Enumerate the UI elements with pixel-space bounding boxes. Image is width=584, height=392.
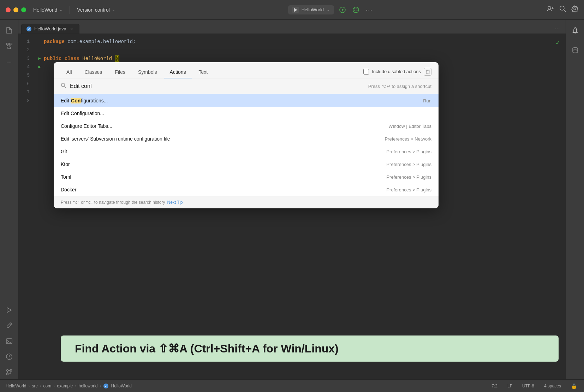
search-icon[interactable] <box>559 5 566 14</box>
popup-results-list: Edit Configurations... Run Edit Configur… <box>54 94 439 196</box>
include-disabled-container: Include disabled actions ⬚ <box>363 68 431 76</box>
traffic-lights <box>6 7 26 12</box>
include-disabled-checkbox[interactable] <box>363 69 369 75</box>
svg-rect-10 <box>6 43 9 45</box>
find-action-popup: All Classes Files Symbols Actions Text I… <box>54 62 566 208</box>
more-options-icon[interactable]: ⋯ <box>364 6 374 14</box>
popup-tab-bar: All Classes Files Symbols Actions Text I… <box>54 62 439 78</box>
result-shortcut-5: Preferences > Plugins <box>386 149 431 154</box>
status-right: 7:2 LF UTF-8 4 spaces 🔒 <box>490 382 578 390</box>
java-icon-breadcrumb: J <box>103 384 108 388</box>
svg-rect-11 <box>10 43 12 45</box>
result-shortcut-6: Preferences > Plugins <box>386 162 431 167</box>
right-panel-database[interactable] <box>568 43 582 57</box>
run-gutter-icon-3[interactable]: ▶ <box>38 54 41 63</box>
breadcrumb-classname[interactable]: HelloWorld <box>111 384 132 388</box>
popup-tab-symbols[interactable]: Symbols <box>132 66 163 78</box>
breadcrumb: HelloWorld › src › com › example › hello… <box>6 384 490 388</box>
tab-close-button[interactable]: × <box>69 26 74 31</box>
run-config-chevron-icon: ⌄ <box>327 7 330 12</box>
sidebar-item-terminal[interactable] <box>2 334 16 348</box>
popup-footer-text: Press ⌥↑ or ⌥↓ to navigate through the s… <box>61 200 165 205</box>
breadcrumb-example[interactable]: example <box>57 384 73 388</box>
tab-more-icon[interactable]: ⋯ <box>552 24 563 34</box>
tab-filename: HelloWorld.java <box>34 26 66 31</box>
version-control-menu[interactable]: Version control ⌄ <box>77 7 115 13</box>
breadcrumb-helloworld[interactable]: HelloWorld <box>6 384 26 388</box>
result-item-configure-editor[interactable]: Configure Editor Tabs... Window | Editor… <box>54 120 439 132</box>
result-shortcut-3: Window | Editor Tabs <box>388 124 431 129</box>
add-user-icon[interactable] <box>547 5 554 14</box>
project-name: HelloWorld <box>33 7 57 13</box>
title-divider <box>70 6 70 14</box>
svg-point-25 <box>6 370 8 372</box>
result-name-5: Git <box>61 149 386 154</box>
sidebar-item-issues[interactable] <box>2 350 16 364</box>
project-menu[interactable]: HelloWorld ⌄ <box>33 7 62 13</box>
popup-tab-text[interactable]: Text <box>193 66 214 78</box>
popup-tab-actions[interactable]: Actions <box>164 66 192 78</box>
popup-tab-files[interactable]: Files <box>109 66 131 78</box>
popup-footer: Press ⌥↑ or ⌥↓ to navigate through the s… <box>54 196 439 208</box>
tab-bar: J HelloWorld.java × ⋯ <box>18 20 566 34</box>
cursor-position[interactable]: 7:2 <box>490 383 499 389</box>
version-control-label: Version control <box>77 7 110 13</box>
sidebar-item-run[interactable] <box>2 303 16 317</box>
tab-helloworld-java[interactable]: J HelloWorld.java × <box>21 24 79 34</box>
popup-dialog: All Classes Files Symbols Actions Text I… <box>54 62 439 208</box>
title-bar: HelloWorld ⌄ Version control ⌄ HelloWorl… <box>0 0 584 20</box>
run-config-name: HelloWorld <box>302 7 324 12</box>
help-icon[interactable]: ⬚ <box>424 68 431 76</box>
maximize-button[interactable] <box>21 7 26 12</box>
result-name-7: Toml <box>61 174 386 180</box>
minimize-button[interactable] <box>13 7 18 12</box>
code-line-2: 2 <box>18 46 566 54</box>
find-action-keyword: Find Action <box>75 342 137 355</box>
right-panel-notifications[interactable] <box>568 23 582 37</box>
debug-button[interactable] <box>351 5 361 15</box>
code-line-1: 1 package com.example.helloworld; <box>18 37 566 46</box>
next-tip-link[interactable]: Next Tip <box>167 200 183 205</box>
line-ending[interactable]: LF <box>506 383 514 389</box>
java-file-icon: J <box>26 26 31 31</box>
result-item-edit-configurations[interactable]: Edit Configurations... Run <box>54 94 439 107</box>
popup-search-bar: Edit conf Press ⌥↵ to assign a shortcut <box>54 78 439 94</box>
right-panel <box>566 20 584 379</box>
svg-rect-12 <box>8 47 11 49</box>
result-shortcut-4: Preferences > Network <box>385 136 431 142</box>
breadcrumb-helloworld-pkg[interactable]: helloworld <box>79 384 98 388</box>
svg-point-1 <box>353 7 359 13</box>
result-item-ktor[interactable]: Ktor Preferences > Plugins <box>54 158 439 171</box>
search-query-text[interactable]: Edit conf <box>70 83 92 89</box>
popup-tab-all[interactable]: All <box>61 66 78 78</box>
sidebar-item-structure[interactable] <box>2 39 16 53</box>
svg-line-29 <box>65 87 66 88</box>
run-gutter-icon-4[interactable]: ▶ <box>38 63 41 71</box>
sidebar-item-files[interactable] <box>2 23 16 37</box>
run-config-selector[interactable]: HelloWorld ⌄ <box>288 5 334 14</box>
svg-line-8 <box>564 10 566 12</box>
svg-point-24 <box>9 358 10 358</box>
result-item-edit-configuration[interactable]: Edit Configuration... <box>54 107 439 120</box>
lock-icon[interactable]: 🔒 <box>570 382 578 390</box>
result-item-git[interactable]: Git Preferences > Plugins <box>54 145 439 158</box>
sidebar-item-git[interactable] <box>2 365 16 379</box>
close-button[interactable] <box>6 7 11 12</box>
result-item-toml[interactable]: Toml Preferences > Plugins <box>54 171 439 183</box>
popup-tab-classes[interactable]: Classes <box>79 66 108 78</box>
indent-style[interactable]: 4 spaces <box>543 383 562 389</box>
encoding[interactable]: UTF-8 <box>521 383 536 389</box>
run-button[interactable] <box>338 5 347 15</box>
sidebar-item-more[interactable]: ··· <box>2 54 16 69</box>
settings-icon[interactable] <box>571 5 578 14</box>
sidebar-item-build[interactable] <box>2 319 16 333</box>
result-item-docker[interactable]: Docker Preferences > Plugins <box>54 183 439 196</box>
breadcrumb-com[interactable]: com <box>43 384 51 388</box>
result-item-edit-servers[interactable]: Edit 'servers' Subversion runtime config… <box>54 132 439 145</box>
result-name-6: Ktor <box>61 161 386 167</box>
svg-point-4 <box>548 6 551 9</box>
breadcrumb-src[interactable]: src <box>32 384 37 388</box>
find-action-description: via ⇧⌘A (Ctrl+Shift+A for Win/Linux) <box>137 342 339 355</box>
vc-chevron-icon: ⌄ <box>112 7 115 12</box>
result-shortcut-8: Preferences > Plugins <box>386 187 431 192</box>
